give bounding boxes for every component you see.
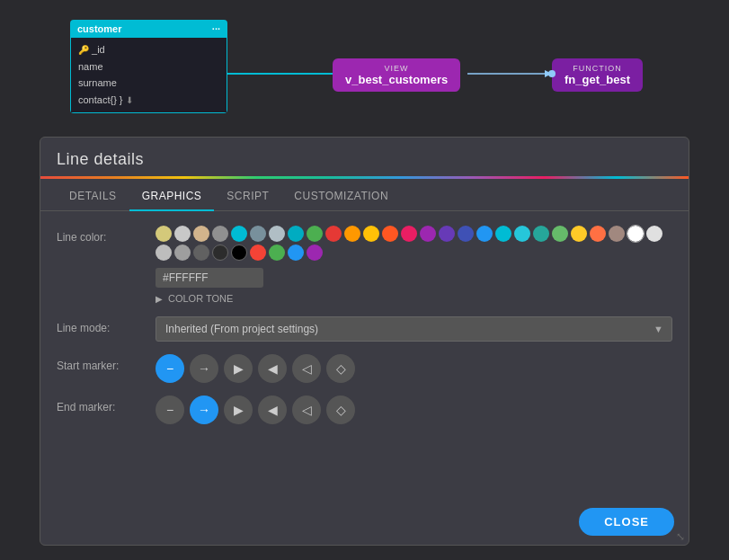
swatch-15[interactable] <box>439 226 455 242</box>
tab-script[interactable]: SCRIPT <box>214 182 281 211</box>
line-mode-label: Line mode: <box>57 316 156 334</box>
color-tone-label: COLOR TONE <box>168 293 233 304</box>
tab-customization[interactable]: CUSTOMIZATION <box>281 182 401 211</box>
swatch-17[interactable] <box>476 226 493 242</box>
start-marker-filled-left[interactable]: ◀ <box>258 354 287 383</box>
line-mode-dropdown-wrapper: Inherited (From project settings) Straig… <box>156 316 672 342</box>
swatch-34[interactable] <box>288 244 304 261</box>
panel-title: Line details <box>40 138 689 176</box>
swatch-29[interactable] <box>193 244 209 261</box>
swatch-28[interactable] <box>174 244 191 261</box>
line-mode-row: Line mode: Inherited (From project setti… <box>57 316 672 342</box>
line-color-row: Line color: <box>57 226 672 304</box>
swatch-22[interactable] <box>571 226 587 242</box>
panel-footer: CLOSE <box>40 499 689 545</box>
swatch-32[interactable] <box>250 244 266 261</box>
swatch-12[interactable] <box>382 226 398 242</box>
panel-tabs: DETAILS GRAPHICS SCRIPT CUSTOMIZATION <box>40 182 689 211</box>
swatch-30[interactable] <box>212 244 228 261</box>
swatch-26[interactable] <box>646 226 662 242</box>
end-marker-control: − → ▶ ◀ ◁ ◇ <box>156 396 672 424</box>
pk-icon: 🔑 <box>78 45 89 55</box>
end-marker-filled-right[interactable]: ▶ <box>224 396 253 424</box>
swatch-31[interactable] <box>231 244 247 261</box>
customer-node-title: customer <box>77 23 122 34</box>
func-label-small: FUNCTION <box>565 64 630 73</box>
end-marker-outline-left[interactable]: ◁ <box>292 396 321 424</box>
swatch-25[interactable] <box>627 226 644 242</box>
start-marker-label: Start marker: <box>57 354 156 372</box>
end-marker-row: End marker: − → ▶ ◀ ◁ ◇ <box>57 396 672 424</box>
start-marker-filled-right[interactable]: ▶ <box>224 354 253 383</box>
swatch-14[interactable] <box>420 226 436 242</box>
swatch-5[interactable] <box>250 226 266 242</box>
start-marker-control: − → ▶ ◀ ◁ ◇ <box>156 354 672 383</box>
end-marker-arrow-right[interactable]: → <box>190 396 218 424</box>
swatch-4[interactable] <box>231 226 247 242</box>
swatch-18[interactable] <box>495 226 511 242</box>
line-mode-select[interactable]: Inherited (From project settings) Straig… <box>156 316 672 342</box>
chevron-right-icon: ▶ <box>156 294 163 304</box>
func-label-main: fn_get_best <box>565 73 630 86</box>
swatch-33[interactable] <box>269 244 285 261</box>
swatch-13[interactable] <box>401 226 417 242</box>
line-color-label: Line color: <box>57 226 156 244</box>
tab-graphics[interactable]: GRAPHICS <box>129 182 215 211</box>
color-tone-toggle[interactable]: ▶ COLOR TONE <box>156 293 672 304</box>
resize-handle[interactable]: ⤡ <box>676 530 685 543</box>
swatch-11[interactable] <box>363 226 379 242</box>
swatch-35[interactable] <box>307 244 323 261</box>
swatch-0[interactable] <box>156 226 172 242</box>
view-label-main: v_best_customers <box>345 73 448 86</box>
start-marker-minus[interactable]: − <box>156 354 184 383</box>
swatch-10[interactable] <box>344 226 360 242</box>
swatch-23[interactable] <box>590 226 606 242</box>
start-marker-arrow-right[interactable]: → <box>190 354 218 383</box>
customer-node-header: customer ··· <box>70 20 227 38</box>
tab-details[interactable]: DETAILS <box>57 182 129 211</box>
diagram-area: customer ··· 🔑 _id name surname contact{… <box>0 0 729 133</box>
panel-content: Line color: <box>40 211 689 499</box>
end-marker-minus[interactable]: − <box>156 396 184 424</box>
swatch-16[interactable] <box>458 226 474 242</box>
customer-table-node[interactable]: customer ··· 🔑 _id name surname contact{… <box>70 20 227 113</box>
end-marker-filled-left[interactable]: ◀ <box>258 396 287 424</box>
line-mode-control: Inherited (From project settings) Straig… <box>156 316 672 342</box>
end-marker-diamond[interactable]: ◇ <box>326 396 355 424</box>
swatch-21[interactable] <box>552 226 568 242</box>
customer-node-more[interactable]: ··· <box>212 23 220 34</box>
swatch-3[interactable] <box>212 226 228 242</box>
color-swatches <box>156 226 672 261</box>
swatch-24[interactable] <box>609 226 625 242</box>
swatch-19[interactable] <box>514 226 530 242</box>
start-marker-outline-left[interactable]: ◁ <box>292 354 321 383</box>
color-hex-input[interactable] <box>156 268 263 288</box>
line-details-panel: Line details DETAILS GRAPHICS SCRIPT CUS… <box>40 137 689 546</box>
line-color-control: ▶ COLOR TONE <box>156 226 672 304</box>
end-marker-buttons: − → ▶ ◀ ◁ ◇ <box>156 396 672 424</box>
swatch-27[interactable] <box>156 244 172 261</box>
svg-marker-1 <box>545 70 552 77</box>
swatch-8[interactable] <box>307 226 323 242</box>
accent-bar <box>40 176 689 179</box>
view-label-small: VIEW <box>345 64 448 73</box>
end-marker-label: End marker: <box>57 396 156 413</box>
view-node[interactable]: VIEW v_best_customers <box>333 58 460 92</box>
swatch-2[interactable] <box>193 226 209 242</box>
swatch-20[interactable] <box>533 226 549 242</box>
start-marker-buttons: − → ▶ ◀ ◁ ◇ <box>156 354 672 383</box>
customer-node-body: 🔑 _id name surname contact{} } ⬇ <box>70 38 227 113</box>
swatch-7[interactable] <box>288 226 304 242</box>
function-node[interactable]: FUNCTION fn_get_best <box>552 58 643 92</box>
swatch-1[interactable] <box>174 226 191 242</box>
start-marker-diamond[interactable]: ◇ <box>326 354 355 383</box>
swatch-9[interactable] <box>325 226 342 242</box>
start-marker-row: Start marker: − → ▶ ◀ ◁ ◇ <box>57 354 672 383</box>
swatch-6[interactable] <box>269 226 285 242</box>
close-button[interactable]: CLOSE <box>579 508 674 536</box>
